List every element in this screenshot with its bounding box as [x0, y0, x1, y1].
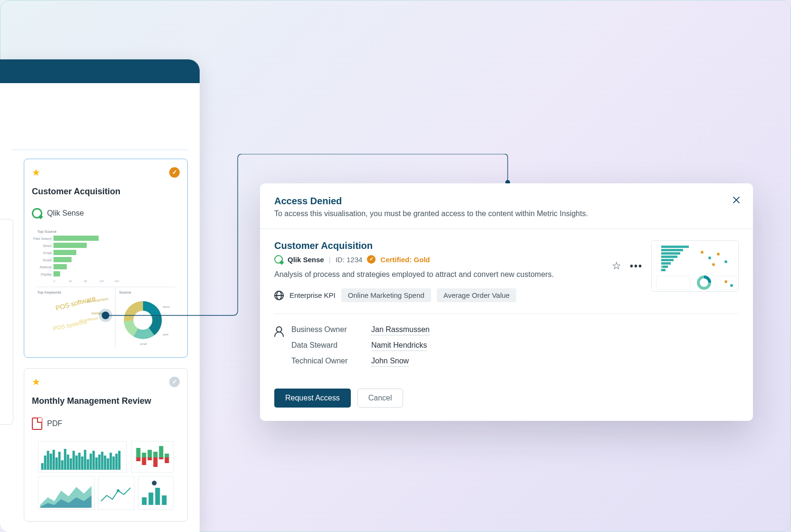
star-icon[interactable]: ★ [32, 376, 40, 388]
cancel-button[interactable]: Cancel [357, 389, 403, 408]
svg-text:80: 80 [84, 280, 87, 283]
svg-rect-67 [148, 450, 152, 457]
svg-text:Top Source: Top Source [38, 229, 57, 234]
svg-rect-37 [53, 450, 55, 470]
tag-chip[interactable]: Online Marketing Spend [341, 288, 431, 302]
svg-rect-49 [87, 459, 89, 470]
svg-text:40: 40 [69, 280, 72, 283]
more-icon[interactable]: ••• [630, 261, 643, 272]
svg-rect-70 [154, 457, 158, 467]
svg-rect-54 [101, 452, 104, 470]
svg-rect-57 [110, 453, 112, 470]
catalog-card[interactable]: ★ Customer Acquisition Qlik Sense Top So… [24, 159, 188, 358]
svg-rect-60 [118, 451, 121, 470]
svg-rect-44 [73, 451, 75, 470]
svg-rect-56 [107, 458, 109, 470]
favorite-icon[interactable]: ☆ [612, 260, 621, 272]
svg-text:mi software: mi software [79, 316, 99, 323]
window-titlebar [0, 59, 200, 83]
kpi-label: Enterprise KPI [289, 291, 336, 299]
svg-rect-80 [149, 493, 154, 505]
qlik-icon [32, 208, 42, 218]
svg-rect-79 [142, 497, 147, 505]
svg-rect-63 [136, 448, 141, 457]
svg-rect-64 [136, 457, 141, 461]
svg-rect-84 [661, 246, 689, 248]
svg-rect-4 [54, 257, 72, 262]
globe-icon [274, 291, 284, 300]
star-icon[interactable]: ★ [32, 167, 40, 178]
svg-rect-59 [116, 454, 118, 470]
role-value[interactable]: John Snow [371, 357, 409, 367]
svg-rect-47 [81, 456, 84, 470]
certified-badge-icon [367, 255, 376, 264]
svg-rect-71 [159, 446, 164, 457]
svg-rect-2 [54, 243, 87, 248]
svg-rect-87 [661, 256, 677, 258]
role-value[interactable]: Namit Hendricks [371, 341, 427, 351]
tag-chip[interactable]: Average Order Value [437, 288, 517, 302]
svg-rect-50 [90, 454, 92, 470]
svg-text:Email: Email [43, 251, 52, 255]
svg-rect-34 [44, 456, 47, 470]
svg-text:Direct: Direct [43, 244, 51, 247]
role-label: Technical Owner [291, 357, 363, 367]
role-value[interactable]: Jan Rassmussen [371, 325, 430, 335]
svg-rect-72 [159, 457, 164, 459]
svg-text:Paid Search: Paid Search [33, 237, 51, 240]
asset-title: Customer Acquisition [274, 240, 599, 251]
svg-rect-3 [54, 250, 77, 255]
svg-text:email: email [140, 342, 147, 345]
section-divider [12, 150, 188, 150]
svg-text:160: 160 [115, 280, 120, 283]
asset-meta-row: Qlik Sense | ID: 1234 Certified: Gold [274, 255, 599, 264]
asset-thumbnail [651, 240, 739, 292]
svg-rect-53 [98, 455, 101, 470]
access-denied-modal: Access Denied To access this visualisati… [260, 183, 753, 421]
qlik-icon [274, 255, 283, 264]
certified-label: Certified: Gold [380, 256, 430, 264]
svg-rect-48 [84, 450, 87, 470]
certified-badge-icon [169, 167, 180, 178]
asset-source: Qlik Sense [288, 256, 324, 264]
svg-rect-65 [142, 453, 146, 457]
section-divider [274, 314, 739, 314]
role-label: Data Steward [291, 341, 363, 351]
svg-point-95 [717, 253, 720, 256]
svg-point-28 [134, 311, 153, 330]
svg-rect-98 [656, 276, 690, 289]
svg-point-102 [730, 284, 733, 287]
asset-id: ID: 1234 [336, 256, 363, 264]
svg-rect-39 [58, 452, 61, 470]
svg-rect-40 [61, 460, 64, 470]
asset-description: Analysis of process and strategies emplo… [274, 270, 599, 279]
svg-rect-82 [162, 495, 167, 505]
svg-point-94 [708, 256, 711, 259]
svg-rect-55 [104, 456, 106, 470]
svg-rect-38 [56, 457, 58, 470]
svg-rect-33 [41, 463, 44, 470]
svg-text:Display: Display [41, 273, 52, 276]
card-title: Monthly Management Review [32, 396, 180, 406]
svg-rect-73 [165, 454, 169, 457]
svg-point-83 [152, 481, 157, 485]
svg-point-97 [712, 263, 715, 266]
svg-rect-58 [113, 456, 115, 470]
svg-rect-69 [154, 452, 158, 457]
svg-rect-46 [78, 453, 81, 470]
connector-start-node [102, 312, 109, 319]
svg-rect-85 [661, 249, 683, 251]
close-icon[interactable] [731, 195, 742, 205]
modal-subtitle: To access this visualisation, you must b… [274, 209, 739, 218]
svg-text:Top Keywords: Top Keywords [38, 290, 61, 294]
svg-rect-52 [96, 457, 98, 470]
catalog-card[interactable]: ★ Monthly Management Review PDF [24, 368, 188, 522]
pdf-icon [32, 418, 42, 430]
svg-point-101 [724, 280, 727, 283]
svg-rect-66 [142, 457, 146, 465]
request-access-button[interactable]: Request Access [274, 389, 351, 408]
svg-rect-5 [54, 264, 67, 269]
svg-text:Referral: Referral [40, 266, 52, 269]
svg-rect-51 [93, 451, 95, 470]
svg-rect-81 [155, 488, 160, 505]
